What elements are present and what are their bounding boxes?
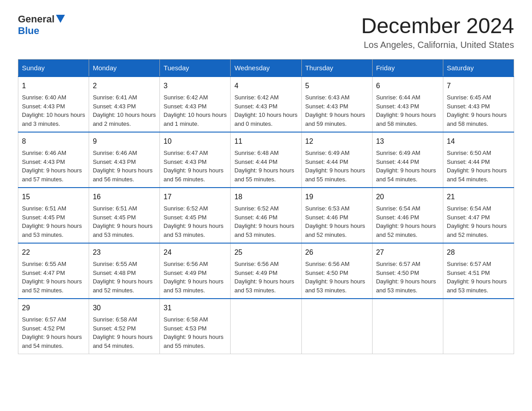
- day-daylight2: and 53 minutes.: [234, 231, 297, 240]
- table-row: 4 Sunrise: 6:42 AM Sunset: 4:43 PM Dayli…: [231, 77, 301, 132]
- calendar-table: Sunday Monday Tuesday Wednesday Thursday…: [18, 59, 514, 354]
- table-row: 25 Sunrise: 6:56 AM Sunset: 4:49 PM Dayl…: [231, 243, 301, 299]
- day-sunrise: Sunrise: 6:46 AM: [22, 149, 85, 158]
- day-daylight2: and 1 minute.: [163, 120, 227, 128]
- table-row: 21 Sunrise: 6:54 AM Sunset: 4:47 PM Dayl…: [443, 188, 514, 243]
- day-sunset: Sunset: 4:46 PM: [234, 213, 297, 222]
- table-row: 18 Sunrise: 6:52 AM Sunset: 4:46 PM Dayl…: [231, 188, 301, 243]
- table-row: 12 Sunrise: 6:49 AM Sunset: 4:44 PM Dayl…: [301, 132, 372, 188]
- day-daylight2: and 54 minutes.: [447, 175, 510, 184]
- day-sunset: Sunset: 4:43 PM: [163, 158, 227, 167]
- calendar-week-row: 29 Sunrise: 6:57 AM Sunset: 4:52 PM Dayl…: [18, 299, 514, 354]
- table-row: 17 Sunrise: 6:52 AM Sunset: 4:45 PM Dayl…: [160, 188, 231, 243]
- day-daylight: Daylight: 9 hours hours: [93, 222, 156, 231]
- day-daylight2: and 53 minutes.: [22, 231, 85, 240]
- logo: General Blue: [18, 13, 65, 37]
- day-sunset: Sunset: 4:52 PM: [22, 324, 85, 333]
- day-daylight: Daylight: 9 hours hours: [305, 222, 369, 231]
- day-daylight2: and 53 minutes.: [163, 286, 227, 295]
- day-sunset: Sunset: 4:44 PM: [447, 158, 510, 167]
- table-row: [231, 299, 301, 354]
- day-number: 27: [376, 247, 439, 258]
- day-sunset: Sunset: 4:46 PM: [376, 213, 439, 222]
- day-daylight: Daylight: 9 hours hours: [163, 277, 227, 286]
- day-number: 2: [93, 81, 156, 91]
- day-number: 11: [234, 136, 297, 147]
- day-daylight2: and 0 minutes.: [234, 120, 297, 128]
- day-sunset: Sunset: 4:43 PM: [93, 102, 156, 111]
- table-row: [443, 299, 514, 354]
- day-daylight: Daylight: 10 hours hours: [234, 111, 297, 120]
- col-sunday: Sunday: [18, 60, 89, 77]
- day-sunset: Sunset: 4:43 PM: [163, 102, 227, 111]
- day-daylight: Daylight: 9 hours hours: [447, 166, 510, 175]
- day-daylight: Daylight: 9 hours hours: [234, 277, 297, 286]
- day-number: 23: [93, 247, 156, 258]
- table-row: 31 Sunrise: 6:58 AM Sunset: 4:53 PM Dayl…: [160, 299, 231, 354]
- day-sunset: Sunset: 4:43 PM: [22, 158, 85, 167]
- table-row: [301, 299, 372, 354]
- calendar-week-row: 22 Sunrise: 6:55 AM Sunset: 4:47 PM Dayl…: [18, 243, 514, 299]
- day-sunset: Sunset: 4:45 PM: [93, 213, 156, 222]
- day-daylight2: and 3 minutes.: [22, 120, 85, 128]
- table-row: 1 Sunrise: 6:40 AM Sunset: 4:43 PM Dayli…: [18, 77, 89, 132]
- day-daylight2: and 59 minutes.: [305, 120, 369, 128]
- day-number: 9: [93, 136, 156, 147]
- day-daylight2: and 53 minutes.: [93, 231, 156, 240]
- logo-arrow-icon: [56, 15, 65, 23]
- day-sunset: Sunset: 4:43 PM: [376, 102, 439, 111]
- day-daylight2: and 55 minutes.: [305, 175, 369, 184]
- day-sunrise: Sunrise: 6:44 AM: [376, 93, 439, 102]
- table-row: 16 Sunrise: 6:51 AM Sunset: 4:45 PM Dayl…: [89, 188, 160, 243]
- day-daylight2: and 52 minutes.: [22, 286, 85, 295]
- table-row: 10 Sunrise: 6:47 AM Sunset: 4:43 PM Dayl…: [160, 132, 231, 188]
- day-sunset: Sunset: 4:48 PM: [93, 269, 156, 278]
- day-daylight2: and 52 minutes.: [447, 231, 510, 240]
- day-sunset: Sunset: 4:44 PM: [376, 158, 439, 167]
- page-header: General Blue December 2024 Los Angeles, …: [18, 13, 514, 50]
- day-sunset: Sunset: 4:43 PM: [234, 102, 297, 111]
- day-daylight: Daylight: 9 hours hours: [376, 222, 439, 231]
- col-thursday: Thursday: [301, 60, 372, 77]
- col-tuesday: Tuesday: [160, 60, 231, 77]
- day-daylight: Daylight: 10 hours hours: [163, 111, 227, 120]
- day-daylight: Daylight: 9 hours hours: [305, 277, 369, 286]
- day-daylight2: and 55 minutes.: [163, 342, 227, 351]
- day-daylight2: and 58 minutes.: [376, 120, 439, 128]
- day-daylight: Daylight: 9 hours hours: [376, 166, 439, 175]
- day-sunset: Sunset: 4:43 PM: [93, 158, 156, 167]
- day-daylight: Daylight: 9 hours hours: [163, 333, 227, 342]
- day-number: 1: [22, 81, 85, 91]
- day-daylight2: and 52 minutes.: [376, 231, 439, 240]
- day-sunrise: Sunrise: 6:49 AM: [305, 149, 369, 158]
- day-sunset: Sunset: 4:51 PM: [447, 269, 510, 278]
- day-sunrise: Sunrise: 6:50 AM: [447, 149, 510, 158]
- day-daylight: Daylight: 9 hours hours: [376, 111, 439, 120]
- day-daylight: Daylight: 9 hours hours: [447, 277, 510, 286]
- day-daylight: Daylight: 9 hours hours: [93, 277, 156, 286]
- day-sunset: Sunset: 4:43 PM: [305, 102, 369, 111]
- day-daylight: Daylight: 9 hours hours: [93, 333, 156, 342]
- day-number: 13: [376, 136, 439, 147]
- day-number: 21: [447, 192, 510, 202]
- day-number: 20: [376, 192, 439, 202]
- day-sunset: Sunset: 4:50 PM: [376, 269, 439, 278]
- day-number: 14: [447, 136, 510, 147]
- day-sunrise: Sunrise: 6:57 AM: [376, 260, 439, 269]
- day-number: 28: [447, 247, 510, 258]
- day-sunrise: Sunrise: 6:53 AM: [305, 204, 369, 213]
- day-daylight2: and 53 minutes.: [305, 286, 369, 295]
- day-number: 18: [234, 192, 297, 202]
- day-number: 7: [447, 81, 510, 91]
- day-number: 10: [163, 136, 227, 147]
- day-daylight2: and 53 minutes.: [234, 286, 297, 295]
- col-monday: Monday: [89, 60, 160, 77]
- table-row: 11 Sunrise: 6:48 AM Sunset: 4:44 PM Dayl…: [231, 132, 301, 188]
- day-sunrise: Sunrise: 6:57 AM: [447, 260, 510, 269]
- day-number: 8: [22, 136, 85, 147]
- day-daylight: Daylight: 9 hours hours: [93, 166, 156, 175]
- day-number: 16: [93, 192, 156, 202]
- day-daylight: Daylight: 9 hours hours: [376, 277, 439, 286]
- day-number: 26: [305, 247, 369, 258]
- title-section: December 2024 Los Angeles, California, U…: [361, 13, 514, 50]
